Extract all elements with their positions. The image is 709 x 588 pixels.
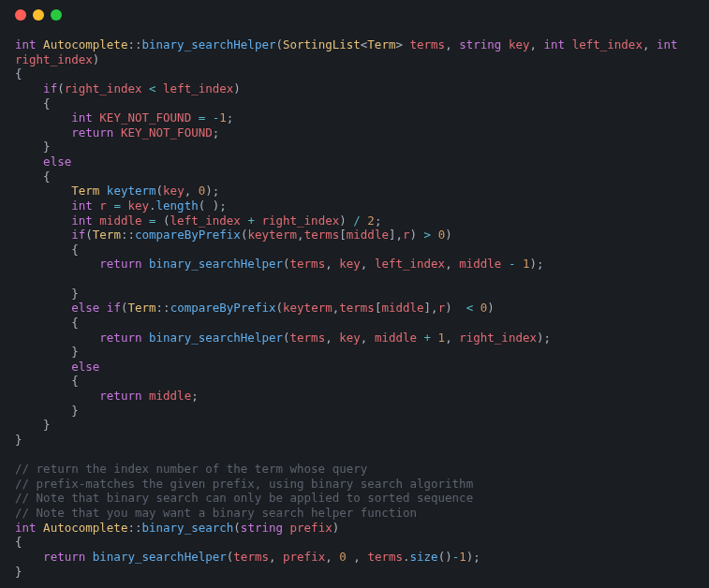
comment: // Note that binary search can only be a… (15, 491, 473, 505)
code-window: int Autocomplete::binary_searchHelper(So… (0, 0, 709, 588)
comment: // prefix-matches the given prefix, usin… (15, 477, 473, 491)
titlebar (15, 9, 694, 21)
keyword: int (15, 37, 37, 51)
comment: // Note that you may want a binary searc… (15, 506, 417, 520)
maximize-icon[interactable] (51, 9, 62, 21)
minimize-icon[interactable] (33, 9, 44, 21)
function: binary_searchHelper (141, 37, 275, 51)
comment: // return the index number of the term w… (15, 462, 367, 476)
type: Autocomplete (43, 37, 127, 51)
code-block: int Autocomplete::binary_searchHelper(So… (15, 37, 694, 579)
close-icon[interactable] (15, 9, 26, 21)
